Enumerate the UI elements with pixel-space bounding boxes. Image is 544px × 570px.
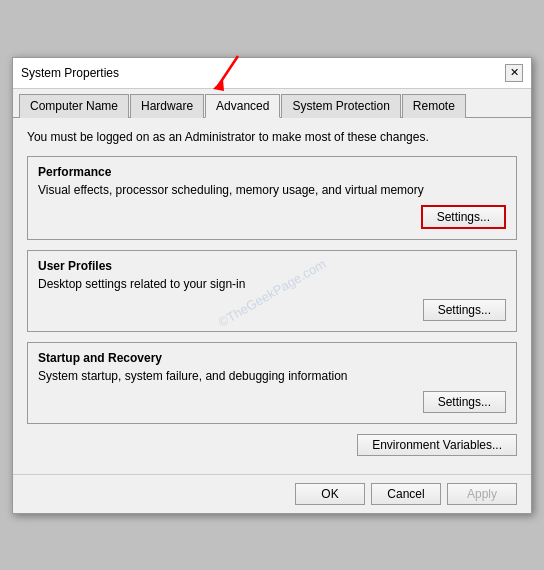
- startup-recovery-actions: Settings...: [38, 391, 506, 413]
- tab-system-protection[interactable]: System Protection: [281, 94, 400, 118]
- user-profiles-title: User Profiles: [38, 259, 506, 273]
- performance-desc: Visual effects, processor scheduling, me…: [38, 183, 506, 197]
- startup-recovery-desc: System startup, system failure, and debu…: [38, 369, 506, 383]
- cancel-button[interactable]: Cancel: [371, 483, 441, 505]
- tab-remote[interactable]: Remote: [402, 94, 466, 118]
- startup-recovery-settings-button[interactable]: Settings...: [423, 391, 506, 413]
- user-profiles-section: User Profiles Desktop settings related t…: [27, 250, 517, 332]
- user-profiles-desc: Desktop settings related to your sign-in: [38, 277, 506, 291]
- sections-wrapper: ©TheGeekPage.com You must be logged on a…: [27, 130, 517, 456]
- performance-settings-button[interactable]: Settings...: [421, 205, 506, 229]
- tabs-bar: Computer Name Hardware Advanced System P…: [13, 89, 531, 118]
- startup-recovery-title: Startup and Recovery: [38, 351, 506, 365]
- environment-variables-button[interactable]: Environment Variables...: [357, 434, 517, 456]
- performance-title: Performance: [38, 165, 506, 179]
- close-button[interactable]: ✕: [505, 64, 523, 82]
- system-properties-window: System Properties ✕ Computer Name Hardwa…: [12, 57, 532, 514]
- window-title: System Properties: [21, 66, 119, 80]
- ok-button[interactable]: OK: [295, 483, 365, 505]
- performance-actions: Settings...: [38, 205, 506, 229]
- title-bar-controls: ✕: [505, 64, 523, 82]
- apply-button[interactable]: Apply: [447, 483, 517, 505]
- user-profiles-actions: Settings...: [38, 299, 506, 321]
- user-profiles-settings-button[interactable]: Settings...: [423, 299, 506, 321]
- performance-section: Performance Visual effects, processor sc…: [27, 156, 517, 240]
- env-variables-row: Environment Variables...: [27, 434, 517, 456]
- startup-recovery-section: Startup and Recovery System startup, sys…: [27, 342, 517, 424]
- tab-hardware[interactable]: Hardware: [130, 94, 204, 118]
- admin-info-text: You must be logged on as an Administrato…: [27, 130, 517, 144]
- tab-computer-name[interactable]: Computer Name: [19, 94, 129, 118]
- tab-content: ©TheGeekPage.com You must be logged on a…: [13, 118, 531, 474]
- title-bar: System Properties ✕: [13, 58, 531, 89]
- tab-advanced[interactable]: Advanced: [205, 94, 280, 118]
- footer: OK Cancel Apply: [13, 474, 531, 513]
